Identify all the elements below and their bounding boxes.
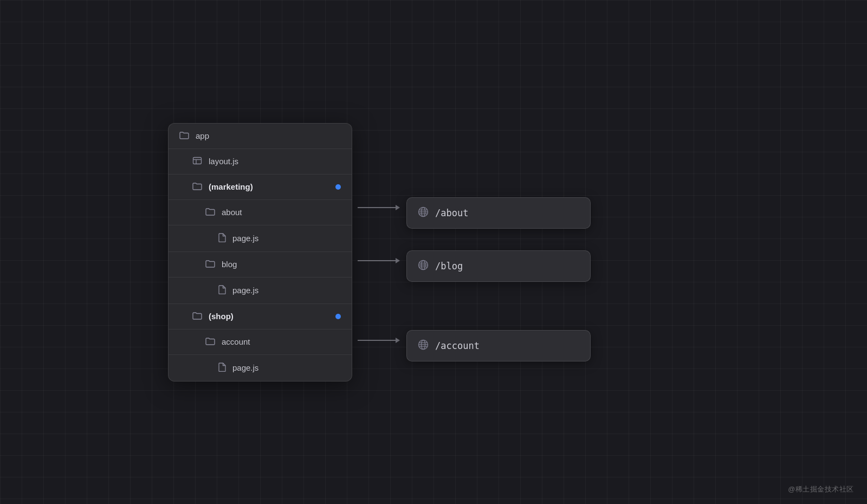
label-shop: (shop) — [209, 312, 335, 321]
tree-item-marketing: (marketing) — [169, 175, 352, 200]
globe-icon-blog — [418, 260, 429, 270]
icon-marketing — [192, 182, 202, 192]
icon-blog — [205, 260, 215, 269]
tree-item-blog-page: page.js — [169, 277, 352, 304]
icon-app — [179, 131, 189, 141]
tree-item-account: account — [169, 329, 352, 355]
icon-account — [205, 337, 215, 347]
arrowhead-blog — [396, 258, 400, 263]
globe-icon-about — [418, 206, 429, 217]
tree-item-app: app — [169, 124, 352, 149]
label-blog-page: page.js — [232, 286, 341, 295]
arrowhead-about — [396, 205, 400, 210]
route-path-account: /account — [435, 340, 480, 351]
label-about: about — [222, 208, 341, 217]
icon-blog-page — [218, 285, 226, 296]
label-about-page: page.js — [232, 234, 341, 243]
connector-blog — [358, 258, 400, 263]
connector-about — [358, 205, 400, 210]
route-box-about: /about — [406, 197, 591, 229]
label-marketing: (marketing) — [209, 182, 335, 191]
connector-account — [358, 338, 400, 343]
tree-item-blog: blog — [169, 252, 352, 277]
globe-icon-account — [418, 339, 429, 350]
tree-item-about-page: page.js — [169, 225, 352, 252]
arrowhead-account — [396, 338, 400, 343]
label-app: app — [196, 131, 341, 140]
svg-rect-0 — [193, 157, 202, 164]
label-account: account — [222, 337, 341, 346]
tree-item-shop: (shop) — [169, 304, 352, 329]
tree-item-about: about — [169, 200, 352, 225]
diagram-container: app layout.js (marketing) about page.js — [168, 119, 601, 385]
icon-about — [205, 208, 215, 217]
icon-about-page — [218, 233, 226, 244]
globe-icon-blog — [418, 260, 429, 273]
label-blog: blog — [222, 260, 341, 269]
route-box-blog: /blog — [406, 250, 591, 282]
label-layout-js: layout.js — [209, 157, 341, 166]
icon-account-page — [218, 363, 226, 373]
watermark-text: @稀土掘金技术社区 — [788, 484, 854, 494]
route-path-blog: /blog — [435, 261, 463, 272]
blue-dot-marketing — [335, 184, 341, 190]
blue-dot-shop — [335, 314, 341, 319]
file-tree-panel: app layout.js (marketing) about page.js — [168, 123, 352, 382]
route-path-about: /about — [435, 208, 468, 218]
arrow-line-about — [358, 207, 396, 208]
globe-icon-about — [418, 206, 429, 219]
arrow-line-blog — [358, 260, 396, 261]
icon-shop — [192, 312, 202, 321]
globe-icon-account — [418, 339, 429, 352]
icon-layout-js — [192, 157, 202, 166]
route-box-account: /account — [406, 330, 591, 361]
routes-wrapper: /about /blog /account — [352, 119, 601, 385]
tree-item-layout-js: layout.js — [169, 149, 352, 175]
label-account-page: page.js — [232, 363, 341, 372]
tree-item-account-page: page.js — [169, 355, 352, 381]
arrow-line-account — [358, 340, 396, 341]
